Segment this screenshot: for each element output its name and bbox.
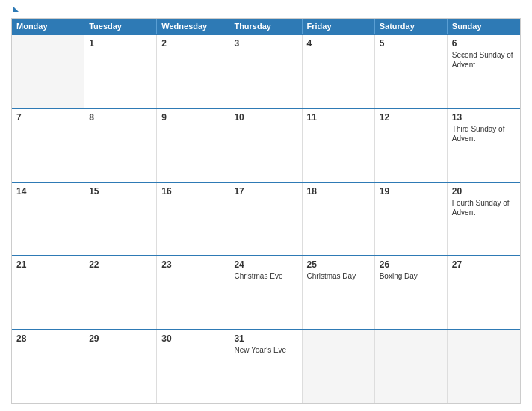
day-number: 8 bbox=[89, 112, 152, 123]
cal-cell: 25Christmas Day bbox=[303, 256, 375, 329]
week-row-1: 123456Second Sunday of Advent bbox=[12, 34, 520, 108]
cal-cell: 12 bbox=[375, 109, 448, 182]
day-number: 4 bbox=[307, 38, 370, 49]
day-event: Third Sunday of Advent bbox=[452, 125, 505, 143]
week-row-3: 14151617181920Fourth Sunday of Advent bbox=[12, 182, 520, 256]
day-event: Boxing Day bbox=[380, 272, 418, 280]
cal-cell: 16 bbox=[157, 183, 229, 256]
cal-cell: 22 bbox=[84, 256, 157, 329]
cal-cell: 7 bbox=[12, 109, 84, 182]
cal-cell: 2 bbox=[157, 35, 229, 108]
week-row-5: 28293031New Year's Eve bbox=[12, 329, 520, 403]
day-event: New Year's Eve bbox=[234, 346, 286, 354]
day-number: 14 bbox=[16, 186, 79, 197]
day-number: 17 bbox=[234, 186, 297, 197]
day-number: 6 bbox=[452, 38, 516, 49]
day-event: Christmas Day bbox=[307, 272, 356, 280]
day-header-saturday: Saturday bbox=[375, 19, 448, 34]
cal-cell: 11 bbox=[303, 109, 375, 182]
day-event: Fourth Sunday of Advent bbox=[452, 199, 510, 217]
day-number: 25 bbox=[307, 259, 370, 270]
day-header-sunday: Sunday bbox=[448, 19, 520, 34]
cal-cell: 8 bbox=[84, 109, 157, 182]
cal-cell: 5 bbox=[375, 35, 448, 108]
day-number: 27 bbox=[452, 259, 516, 270]
cal-cell: 26Boxing Day bbox=[375, 256, 448, 329]
calendar: MondayTuesdayWednesdayThursdayFridaySatu… bbox=[11, 18, 521, 404]
cal-cell: 23 bbox=[157, 256, 229, 329]
cal-cell: 21 bbox=[12, 256, 84, 329]
day-header-wednesday: Wednesday bbox=[157, 19, 229, 34]
day-number: 1 bbox=[89, 38, 152, 49]
day-event: Christmas Eve bbox=[234, 272, 282, 280]
day-number: 22 bbox=[89, 259, 152, 270]
cal-cell bbox=[448, 330, 520, 403]
cal-cell: 28 bbox=[12, 330, 84, 403]
cal-cell: 1 bbox=[84, 35, 157, 108]
day-number: 26 bbox=[380, 259, 442, 270]
day-number: 2 bbox=[161, 38, 224, 49]
cal-cell: 15 bbox=[84, 183, 157, 256]
day-number: 16 bbox=[161, 186, 224, 197]
day-number: 7 bbox=[16, 112, 79, 123]
cal-cell bbox=[12, 35, 84, 108]
week-row-4: 21222324Christmas Eve25Christmas Day26Bo… bbox=[12, 255, 520, 329]
cal-cell: 9 bbox=[157, 109, 229, 182]
day-number: 11 bbox=[307, 112, 370, 123]
header bbox=[11, 7, 521, 12]
day-number: 9 bbox=[161, 112, 224, 123]
day-number: 23 bbox=[161, 259, 224, 270]
cal-cell bbox=[303, 330, 375, 403]
cal-cell: 6Second Sunday of Advent bbox=[448, 35, 520, 108]
cal-cell: 4 bbox=[303, 35, 375, 108]
day-header-thursday: Thursday bbox=[229, 19, 302, 34]
day-number: 24 bbox=[234, 259, 297, 270]
day-number: 29 bbox=[89, 333, 152, 344]
cal-cell: 13Third Sunday of Advent bbox=[448, 109, 520, 182]
day-number: 20 bbox=[452, 186, 516, 197]
day-number: 3 bbox=[234, 38, 297, 49]
cal-cell: 3 bbox=[229, 35, 302, 108]
cal-cell bbox=[375, 330, 448, 403]
cal-cell: 17 bbox=[229, 183, 302, 256]
cal-cell: 18 bbox=[303, 183, 375, 256]
day-number: 21 bbox=[16, 259, 79, 270]
cal-cell: 30 bbox=[157, 330, 229, 403]
logo-triangle-icon bbox=[13, 6, 19, 12]
day-event: Second Sunday of Advent bbox=[452, 51, 513, 69]
cal-cell: 27 bbox=[448, 256, 520, 329]
cal-cell: 31New Year's Eve bbox=[229, 330, 302, 403]
day-number: 28 bbox=[16, 333, 79, 344]
cal-cell: 24Christmas Eve bbox=[229, 256, 302, 329]
day-number: 31 bbox=[234, 333, 297, 344]
logo bbox=[11, 7, 19, 12]
week-row-2: 78910111213Third Sunday of Advent bbox=[12, 108, 520, 182]
day-number: 12 bbox=[380, 112, 442, 123]
day-header-friday: Friday bbox=[303, 19, 375, 34]
cal-cell: 14 bbox=[12, 183, 84, 256]
day-number: 15 bbox=[89, 186, 152, 197]
cal-cell: 19 bbox=[375, 183, 448, 256]
cal-cell: 10 bbox=[229, 109, 302, 182]
day-header-tuesday: Tuesday bbox=[84, 19, 157, 34]
day-number: 30 bbox=[161, 333, 224, 344]
day-number: 10 bbox=[234, 112, 297, 123]
day-header-monday: Monday bbox=[12, 19, 84, 34]
calendar-header: MondayTuesdayWednesdayThursdayFridaySatu… bbox=[12, 19, 520, 34]
cal-cell: 29 bbox=[84, 330, 157, 403]
cal-cell: 20Fourth Sunday of Advent bbox=[448, 183, 520, 256]
day-number: 13 bbox=[452, 112, 516, 123]
day-number: 18 bbox=[307, 186, 370, 197]
day-number: 5 bbox=[380, 38, 442, 49]
day-number: 19 bbox=[380, 186, 442, 197]
calendar-body: 123456Second Sunday of Advent78910111213… bbox=[12, 34, 520, 403]
page: MondayTuesdayWednesdayThursdayFridaySatu… bbox=[0, 0, 532, 411]
